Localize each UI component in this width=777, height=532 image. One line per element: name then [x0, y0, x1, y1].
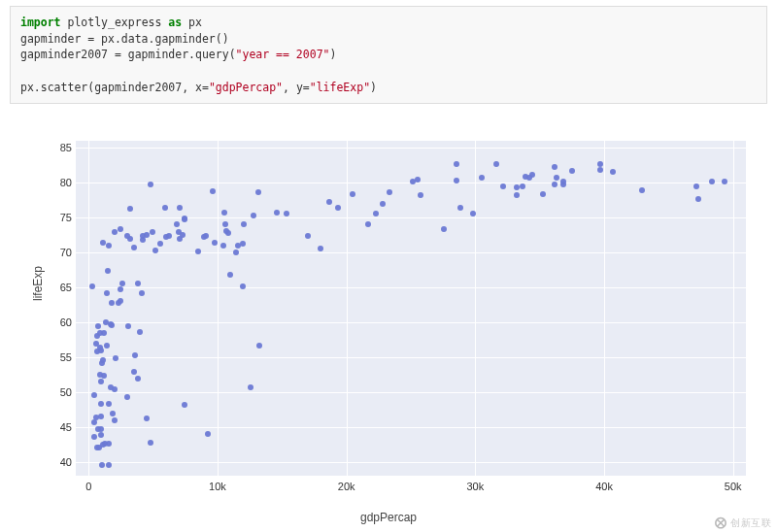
data-point[interactable] [118, 226, 123, 232]
data-point[interactable] [89, 283, 95, 289]
data-point[interactable] [119, 281, 125, 286]
data-point[interactable] [97, 345, 103, 350]
data-point[interactable] [284, 211, 289, 216]
data-point[interactable] [722, 179, 727, 184]
data-point[interactable] [131, 369, 137, 375]
data-point[interactable] [597, 161, 603, 167]
data-point[interactable] [493, 161, 499, 167]
data-point[interactable] [95, 323, 101, 329]
data-point[interactable] [110, 411, 116, 416]
data-point[interactable] [195, 249, 201, 254]
data-point[interactable] [552, 164, 557, 170]
data-point[interactable] [373, 211, 379, 216]
data-point[interactable] [124, 394, 130, 400]
data-point[interactable] [248, 384, 253, 390]
data-point[interactable] [118, 286, 123, 292]
data-point[interactable] [454, 161, 459, 167]
data-point[interactable] [514, 184, 520, 190]
data-point[interactable] [274, 210, 280, 216]
data-point[interactable] [695, 196, 701, 202]
data-point[interactable] [105, 268, 111, 274]
data-point[interactable] [227, 272, 233, 278]
data-point[interactable] [709, 179, 715, 184]
data-point[interactable] [137, 329, 143, 335]
data-point[interactable] [109, 300, 115, 306]
data-point[interactable] [500, 183, 506, 189]
data-point[interactable] [180, 232, 186, 238]
data-point[interactable] [221, 210, 227, 216]
data-point[interactable] [98, 379, 104, 384]
data-point[interactable] [441, 226, 447, 232]
data-point[interactable] [241, 221, 247, 227]
data-point[interactable] [106, 401, 112, 407]
data-point[interactable] [148, 182, 153, 187]
data-point[interactable] [106, 462, 112, 468]
data-point[interactable] [256, 343, 262, 349]
data-point[interactable] [139, 290, 145, 296]
data-point[interactable] [163, 234, 169, 240]
data-point[interactable] [365, 221, 371, 227]
data-point[interactable] [97, 372, 103, 378]
data-point[interactable] [125, 323, 131, 329]
data-point[interactable] [91, 419, 97, 425]
data-point[interactable] [326, 199, 332, 205]
data-point[interactable] [177, 205, 183, 211]
data-point[interactable] [182, 216, 187, 222]
data-point[interactable] [108, 384, 114, 390]
data-point[interactable] [526, 175, 532, 181]
data-point[interactable] [520, 183, 525, 189]
data-point[interactable] [597, 167, 603, 173]
data-point[interactable] [457, 205, 463, 211]
data-point[interactable] [251, 213, 256, 218]
data-point[interactable] [639, 187, 645, 193]
data-point[interactable] [91, 434, 97, 440]
data-point[interactable] [100, 240, 106, 246]
data-point[interactable] [387, 189, 392, 195]
data-point[interactable] [569, 168, 575, 174]
data-point[interactable] [418, 192, 423, 198]
data-point[interactable] [112, 229, 118, 235]
data-point[interactable] [150, 229, 155, 235]
data-point[interactable] [222, 221, 228, 227]
data-point[interactable] [98, 432, 104, 438]
data-point[interactable] [240, 241, 246, 247]
data-point[interactable] [693, 183, 699, 189]
data-point[interactable] [127, 206, 133, 212]
data-point[interactable] [479, 175, 485, 181]
data-point[interactable] [305, 233, 311, 239]
data-point[interactable] [98, 414, 104, 419]
data-point[interactable] [174, 221, 180, 227]
data-point[interactable] [470, 211, 476, 216]
data-point[interactable] [552, 182, 557, 187]
data-point[interactable] [380, 201, 386, 207]
data-point[interactable] [335, 205, 341, 211]
data-point[interactable] [99, 462, 105, 468]
data-point[interactable] [157, 241, 163, 247]
data-point[interactable] [104, 290, 110, 296]
data-point[interactable] [103, 319, 109, 325]
data-point[interactable] [109, 322, 115, 328]
data-point[interactable] [135, 281, 141, 286]
data-point[interactable] [201, 234, 207, 240]
data-point[interactable] [610, 169, 616, 175]
data-point[interactable] [255, 189, 261, 195]
data-point[interactable] [554, 175, 559, 181]
data-point[interactable] [205, 431, 211, 437]
data-point[interactable] [116, 300, 121, 306]
data-point[interactable] [152, 248, 158, 253]
data-point[interactable] [240, 283, 246, 289]
data-point[interactable] [113, 355, 118, 361]
data-point[interactable] [233, 249, 239, 255]
data-point[interactable] [514, 192, 520, 198]
data-point[interactable] [98, 401, 104, 407]
data-point[interactable] [106, 243, 112, 249]
data-point[interactable] [318, 246, 323, 251]
data-point[interactable] [162, 205, 168, 211]
data-point[interactable] [131, 245, 137, 250]
data-point[interactable] [540, 191, 546, 197]
data-point[interactable] [350, 191, 355, 197]
data-point[interactable] [91, 392, 97, 398]
data-point[interactable] [98, 426, 104, 432]
data-point[interactable] [135, 376, 141, 382]
data-point[interactable] [220, 243, 226, 249]
